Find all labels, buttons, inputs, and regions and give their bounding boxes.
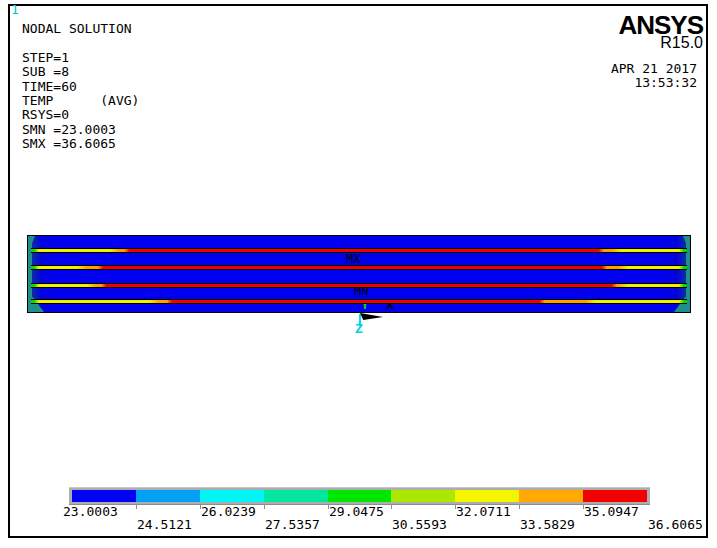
solution-info-line: SMX =36.6065 <box>22 137 139 151</box>
legend-value-label: 30.5593 <box>392 517 447 532</box>
legend-value-label: 35.0947 <box>584 504 639 519</box>
legend-segment <box>72 490 136 502</box>
datetime-block: APR 21 2017 13:53:32 <box>611 62 697 89</box>
legend-value-label: 33.5829 <box>520 517 575 532</box>
max-node-label: MX <box>346 254 360 264</box>
date-label: APR 21 2017 <box>611 62 697 76</box>
legend-value-label: 24.5121 <box>137 517 192 532</box>
solution-info-line: SUB =8 <box>22 65 139 79</box>
legend-value-label: 29.0475 <box>329 504 384 519</box>
solution-info-line: TIME=60 <box>22 80 139 94</box>
legend-segment <box>519 490 583 502</box>
legend-colorbar <box>69 487 650 505</box>
legend-segment <box>455 490 519 502</box>
solution-info-line <box>22 36 139 50</box>
legend-value-label: 27.5357 <box>265 517 320 532</box>
plot-number-label: 1 <box>11 2 19 17</box>
legend-value-label: 26.0239 <box>201 504 256 519</box>
legend-value-label: 32.0711 <box>456 504 511 519</box>
legend-value-label: 23.0003 <box>63 504 118 519</box>
z-axis-label: Z <box>355 324 363 334</box>
solution-info-line: NODAL SOLUTION <box>22 22 139 36</box>
version-label: R15.0 <box>660 34 703 52</box>
model-viewport[interactable]: MX MN Y X <box>27 235 691 313</box>
legend-tick <box>136 505 137 509</box>
solution-info-line: TEMP (AVG) <box>22 94 139 108</box>
legend-segment <box>391 490 455 502</box>
legend-tick <box>264 505 265 509</box>
legend-value-label: 36.6065 <box>648 517 703 532</box>
temp-stripe <box>31 283 687 288</box>
temp-stripe <box>31 248 687 253</box>
legend-segment <box>136 490 200 502</box>
legend-tick <box>519 505 520 509</box>
legend-segment <box>200 490 264 502</box>
legend-segment <box>583 490 647 502</box>
legend-tick <box>391 505 392 509</box>
time-label: 13:53:32 <box>611 76 697 90</box>
legend-segment <box>264 490 328 502</box>
solution-info-line: SMN =23.0003 <box>22 123 139 137</box>
temp-stripe <box>31 299 687 304</box>
solution-info-block: NODAL SOLUTIONSTEP=1SUB =8TIME=60TEMP (A… <box>22 22 139 152</box>
temp-stripe <box>31 265 687 270</box>
solution-info-line: RSYS=0 <box>22 108 139 122</box>
legend-segment <box>328 490 392 502</box>
solution-info-line: STEP=1 <box>22 51 139 65</box>
